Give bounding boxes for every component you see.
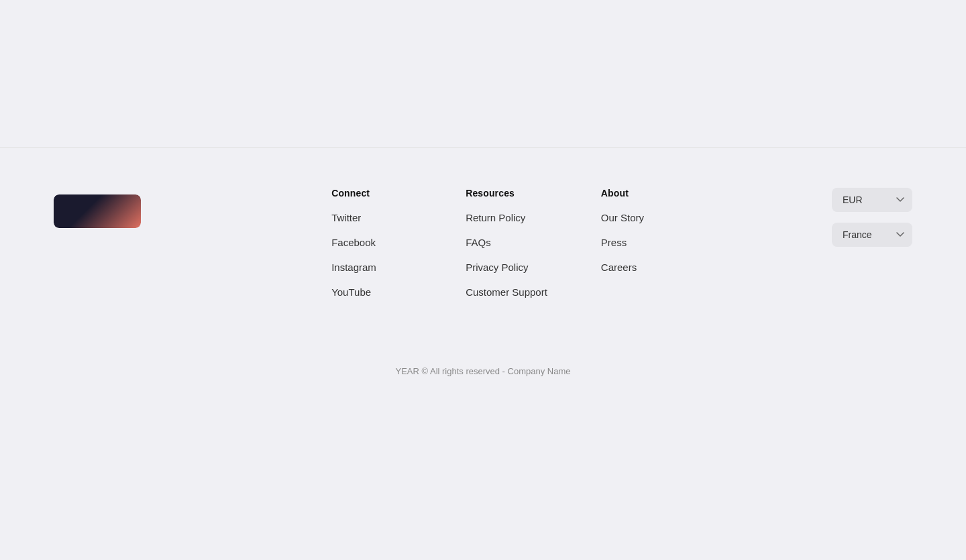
about-column: About Our Story Press Careers — [601, 188, 682, 311]
facebook-link[interactable]: Facebook — [331, 237, 412, 248]
footer-selects: EUR USD GBP France Germany Spain UK — [832, 188, 912, 247]
footer-bottom: YEAR © All rights reserved - Company Nam… — [54, 351, 912, 377]
resources-heading: Resources — [466, 188, 547, 199]
brand-logo — [54, 194, 141, 228]
copyright-text: YEAR © All rights reserved - Company Nam… — [395, 366, 570, 376]
return-policy-link[interactable]: Return Policy — [466, 212, 547, 223]
connect-heading: Connect — [331, 188, 412, 199]
connect-column: Connect Twitter Facebook Instagram YouTu… — [331, 188, 412, 311]
instagram-link[interactable]: Instagram — [331, 262, 412, 273]
about-heading: About — [601, 188, 682, 199]
footer-nav: Connect Twitter Facebook Instagram YouTu… — [141, 188, 832, 311]
footer-main: Connect Twitter Facebook Instagram YouTu… — [54, 188, 912, 311]
logo-image — [54, 194, 141, 228]
customer-support-link[interactable]: Customer Support — [466, 286, 547, 298]
faqs-link[interactable]: FAQs — [466, 237, 547, 248]
resources-column: Resources Return Policy FAQs Privacy Pol… — [466, 188, 547, 311]
footer: Connect Twitter Facebook Instagram YouTu… — [0, 148, 966, 404]
privacy-policy-link[interactable]: Privacy Policy — [466, 262, 547, 273]
careers-link[interactable]: Careers — [601, 262, 682, 273]
youtube-link[interactable]: YouTube — [331, 286, 412, 298]
bottom-spacer — [0, 404, 966, 551]
our-story-link[interactable]: Our Story — [601, 212, 682, 223]
press-link[interactable]: Press — [601, 237, 682, 248]
top-section — [0, 0, 966, 148]
twitter-link[interactable]: Twitter — [331, 212, 412, 223]
currency-select[interactable]: EUR USD GBP — [832, 188, 912, 212]
country-select[interactable]: France Germany Spain UK — [832, 223, 912, 247]
